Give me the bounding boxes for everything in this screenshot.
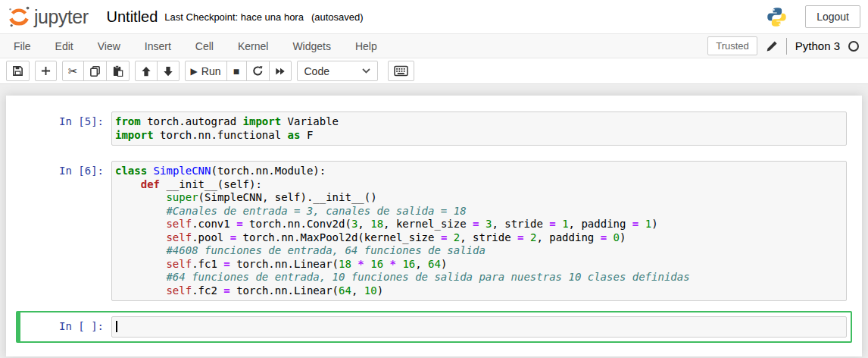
menu-help[interactable]: Help xyxy=(343,35,389,58)
run-icon: ▶ xyxy=(191,67,198,76)
cell-editor[interactable]: class SimpleCNN(torch.nn.Module): def __… xyxy=(111,161,847,301)
restart-run-all-button[interactable] xyxy=(269,61,292,81)
move-down-icon xyxy=(163,66,173,77)
add-cell-icon xyxy=(41,66,51,76)
clipboard-group: ✂ xyxy=(62,61,130,81)
cell-prompt: In [6]: xyxy=(24,161,104,301)
move-up-icon xyxy=(141,66,151,77)
restart-kernel-button[interactable] xyxy=(246,61,270,81)
paste-button[interactable] xyxy=(106,61,130,81)
autosave-status: (autosaved) xyxy=(311,11,364,23)
move-group xyxy=(135,61,180,81)
command-palette-button[interactable] xyxy=(388,61,414,81)
cell-type-value: Code xyxy=(304,65,329,77)
jupyter-logo-text: jupyter xyxy=(34,6,89,28)
menubar: File Edit View Insert Cell Kernel Widget… xyxy=(0,34,868,58)
notebook: In [5]: from torch.autograd import Varia… xyxy=(6,96,862,356)
run-label: Run xyxy=(201,65,221,77)
cell-type-dropdown[interactable]: Code xyxy=(297,61,378,81)
run-group: ▶ Run ■ xyxy=(185,61,292,81)
menu-edit[interactable]: Edit xyxy=(43,35,86,58)
text-cursor xyxy=(116,321,117,332)
jupyter-logo[interactable]: jupyter xyxy=(6,4,89,30)
menubar-divider xyxy=(786,38,787,55)
paste-icon xyxy=(112,65,123,77)
cell-code: class SimpleCNN(torch.nn.Module): def __… xyxy=(115,165,843,297)
menu-kernel[interactable]: Kernel xyxy=(226,35,280,58)
cell-code: from torch.autograd import Variableimpor… xyxy=(115,115,843,142)
cell-prompt: In [5]: xyxy=(24,111,104,146)
notebook-cell[interactable]: In [ ]: xyxy=(16,311,852,343)
cell-code xyxy=(115,320,843,334)
cut-button[interactable]: ✂ xyxy=(62,61,84,81)
notebook-cell[interactable]: In [6]: class SimpleCNN(torch.nn.Module)… xyxy=(16,155,852,306)
cell-prompt: In [ ]: xyxy=(24,316,104,338)
interrupt-kernel-button[interactable]: ■ xyxy=(226,61,247,81)
notebook-cell[interactable]: In [5]: from torch.autograd import Varia… xyxy=(16,106,852,151)
edit-mode-icon xyxy=(766,40,778,52)
menu-widgets[interactable]: Widgets xyxy=(280,35,343,58)
move-cell-up-button[interactable] xyxy=(135,61,158,81)
python-logo-icon xyxy=(767,7,787,27)
logout-button[interactable]: Logout xyxy=(805,5,860,28)
restart-icon xyxy=(252,65,264,77)
menu-cell[interactable]: Cell xyxy=(183,35,226,58)
dropdown-icon xyxy=(362,68,370,74)
copy-button[interactable] xyxy=(83,61,107,81)
copy-icon xyxy=(89,65,101,77)
checkpoint-status: Last Checkpoint: hace una hora xyxy=(164,11,304,23)
save-icon xyxy=(12,65,23,77)
save-button[interactable] xyxy=(6,61,30,81)
menu-view[interactable]: View xyxy=(86,35,133,58)
trusted-badge[interactable]: Trusted xyxy=(707,36,757,55)
header: jupyter Untitled Last Checkpoint: hace u… xyxy=(0,0,868,34)
move-cell-down-button[interactable] xyxy=(157,61,180,81)
toolbar: ✂ ▶ Run xyxy=(0,58,868,84)
menubar-right: Trusted Python 3 xyxy=(707,36,859,55)
kernel-idle-icon xyxy=(848,41,859,52)
jupyter-logo-icon xyxy=(6,4,32,30)
run-button[interactable]: ▶ Run xyxy=(185,61,227,81)
cut-icon: ✂ xyxy=(68,65,78,77)
cell-editor[interactable] xyxy=(111,316,847,338)
menu-file[interactable]: File xyxy=(2,35,43,58)
kernel-name: Python 3 xyxy=(795,39,840,52)
command-palette-icon xyxy=(394,65,408,77)
cell-editor[interactable]: from torch.autograd import Variableimpor… xyxy=(111,111,847,146)
interrupt-icon: ■ xyxy=(233,66,239,77)
restart-run-all-icon xyxy=(275,66,286,77)
menu-insert[interactable]: Insert xyxy=(133,35,183,58)
notebook-title[interactable]: Untitled xyxy=(107,8,158,26)
add-cell-button[interactable] xyxy=(35,61,57,81)
